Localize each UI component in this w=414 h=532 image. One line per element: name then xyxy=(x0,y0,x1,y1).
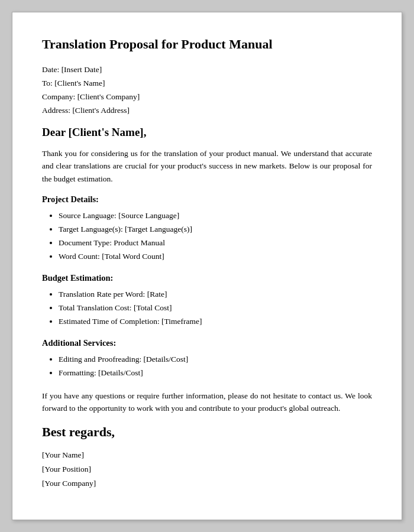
address-label: Address: xyxy=(42,106,70,115)
closing-paragraph: If you have any questions or require fur… xyxy=(42,390,372,415)
date-value: [Insert Date] xyxy=(62,65,102,74)
signature-position: [Your Position] xyxy=(42,465,372,474)
list-item: Translation Rate per Word: [Rate] xyxy=(59,288,372,301)
company-value: [Client's Company] xyxy=(77,92,140,101)
address-line: Address: [Client's Address] xyxy=(42,106,372,115)
list-item: Target Language(s): [Target Language(s)] xyxy=(59,223,372,236)
list-item: Word Count: [Total Word Count] xyxy=(59,250,372,264)
to-value: [Client's Name] xyxy=(54,79,105,87)
budget-estimation-heading: Budget Estimation: xyxy=(42,273,372,283)
intro-paragraph: Thank you for considering us for the tra… xyxy=(42,147,372,186)
company-line: Company: [Client's Company] xyxy=(42,92,372,102)
additional-services-list: Editing and Proofreading: [Details/Cost]… xyxy=(42,353,372,380)
additional-services-heading: Additional Services: xyxy=(42,338,372,348)
document-title: Translation Proposal for Product Manual xyxy=(42,36,372,53)
list-item: Total Translation Cost: [Total Cost] xyxy=(59,301,372,315)
additional-services-section: Additional Services: Editing and Proofre… xyxy=(42,338,372,380)
project-details-list: Source Language: [Source Language] Targe… xyxy=(42,209,372,264)
address-value: [Client's Address] xyxy=(72,106,130,115)
date-line: Date: [Insert Date] xyxy=(42,65,372,74)
project-details-section: Project Details: Source Language: [Sourc… xyxy=(42,194,372,264)
budget-estimation-list: Translation Rate per Word: [Rate] Total … xyxy=(42,288,372,329)
project-details-heading: Project Details: xyxy=(42,194,372,205)
budget-estimation-section: Budget Estimation: Translation Rate per … xyxy=(42,273,372,329)
signature-company: [Your Company] xyxy=(42,479,372,488)
list-item: Editing and Proofreading: [Details/Cost] xyxy=(59,353,372,366)
signature-name: [Your Name] xyxy=(42,450,372,460)
list-item: Document Type: Product Manual xyxy=(59,236,372,250)
list-item: Formatting: [Details/Cost] xyxy=(59,366,372,380)
to-line: To: [Client's Name] xyxy=(42,79,372,88)
document-container: Translation Proposal for Product Manual … xyxy=(12,12,402,520)
company-label: Company: xyxy=(42,92,75,101)
salutation: Dear [Client's Name], xyxy=(42,126,372,139)
list-item: Source Language: [Source Language] xyxy=(59,209,372,223)
sign-off: Best regards, xyxy=(42,424,372,440)
list-item: Estimated Time of Completion: [Timeframe… xyxy=(59,315,372,329)
to-label: To: xyxy=(42,79,53,87)
date-label: Date: xyxy=(42,65,59,74)
